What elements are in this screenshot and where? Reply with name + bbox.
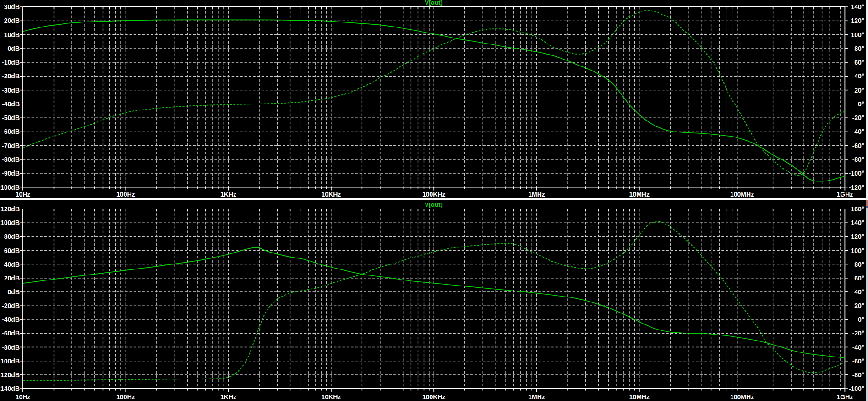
svg-text:10KHz: 10KHz <box>322 191 341 198</box>
svg-text:120°: 120° <box>851 17 864 24</box>
svg-text:100MHz: 100MHz <box>730 191 754 198</box>
svg-text:V[out]: V[out] <box>425 0 442 6</box>
svg-text:-80°: -80° <box>852 371 864 379</box>
svg-text:40°: 40° <box>854 72 864 80</box>
svg-text:10dB: 10dB <box>4 31 20 38</box>
svg-text:80°: 80° <box>854 45 864 52</box>
svg-text:10Hz: 10Hz <box>16 393 31 401</box>
svg-text:1KHz: 1KHz <box>220 393 236 401</box>
svg-text:-60dB: -60dB <box>2 128 20 135</box>
svg-text:-100dB: -100dB <box>0 184 20 191</box>
svg-text:1MHz: 1MHz <box>528 393 545 401</box>
svg-text:-20°: -20° <box>852 330 864 337</box>
svg-text:10MHz: 10MHz <box>629 393 650 401</box>
svg-text:100Hz: 100Hz <box>116 191 135 198</box>
svg-text:10MHz: 10MHz <box>629 191 650 198</box>
svg-text:-20dB: -20dB <box>2 302 20 309</box>
svg-text:-60°: -60° <box>852 142 864 149</box>
svg-text:60°: 60° <box>854 275 864 282</box>
svg-text:20dB: 20dB <box>4 275 20 282</box>
svg-text:1KHz: 1KHz <box>220 191 236 198</box>
svg-text:-10dB: -10dB <box>2 59 20 66</box>
svg-text:-120°: -120° <box>849 184 864 191</box>
svg-text:0dB: 0dB <box>8 45 20 52</box>
svg-text:-40dB: -40dB <box>2 100 20 108</box>
svg-text:-60°: -60° <box>852 357 864 365</box>
svg-text:80°: 80° <box>854 261 864 268</box>
svg-text:60°: 60° <box>854 59 864 66</box>
svg-text:-30dB: -30dB <box>2 87 20 94</box>
svg-text:100KHz: 100KHz <box>422 393 446 401</box>
svg-text:-50dB: -50dB <box>2 114 20 121</box>
svg-text:10KHz: 10KHz <box>322 393 341 401</box>
svg-text:-100°: -100° <box>849 385 864 392</box>
svg-text:0°: 0° <box>858 100 864 108</box>
svg-text:80dB: 80dB <box>4 233 20 240</box>
svg-text:-80°: -80° <box>852 156 864 163</box>
svg-text:140°: 140° <box>851 3 864 11</box>
svg-text:100KHz: 100KHz <box>422 191 446 198</box>
svg-text:-40°: -40° <box>852 344 864 351</box>
svg-text:120°: 120° <box>851 233 864 240</box>
svg-text:10Hz: 10Hz <box>16 191 31 198</box>
svg-text:0°: 0° <box>858 316 864 323</box>
svg-text:160°: 160° <box>851 205 864 213</box>
svg-text:-80dB: -80dB <box>2 156 20 163</box>
svg-text:V[out]: V[out] <box>425 201 442 208</box>
svg-text:100°: 100° <box>851 31 864 38</box>
svg-text:30dB: 30dB <box>4 3 20 11</box>
svg-text:100°: 100° <box>851 247 864 254</box>
svg-text:100MHz: 100MHz <box>730 393 754 401</box>
svg-text:100Hz: 100Hz <box>116 393 135 401</box>
svg-text:-40dB: -40dB <box>2 316 20 323</box>
svg-text:-40°: -40° <box>852 128 864 135</box>
svg-text:-20dB: -20dB <box>2 72 20 80</box>
svg-text:40°: 40° <box>854 288 864 296</box>
svg-text:-100°: -100° <box>849 170 864 177</box>
svg-text:-20°: -20° <box>852 114 864 121</box>
svg-text:1GHz: 1GHz <box>837 393 853 401</box>
svg-text:-100dB: -100dB <box>0 357 20 365</box>
svg-text:1MHz: 1MHz <box>528 191 545 198</box>
svg-text:140°: 140° <box>851 219 864 226</box>
svg-text:-70dB: -70dB <box>2 142 20 149</box>
svg-text:60dB: 60dB <box>4 247 20 254</box>
svg-text:-140dB: -140dB <box>0 385 20 392</box>
svg-text:120dB: 120dB <box>0 205 20 213</box>
svg-text:100dB: 100dB <box>0 219 20 226</box>
svg-text:-120dB: -120dB <box>0 371 20 379</box>
svg-text:-60dB: -60dB <box>2 330 20 337</box>
svg-text:0dB: 0dB <box>8 288 20 296</box>
svg-text:20°: 20° <box>854 302 864 309</box>
svg-text:40dB: 40dB <box>4 261 20 268</box>
svg-text:20dB: 20dB <box>4 17 20 24</box>
svg-text:-80dB: -80dB <box>2 344 20 351</box>
svg-text:20°: 20° <box>854 87 864 94</box>
svg-text:1GHz: 1GHz <box>837 191 853 198</box>
svg-text:-90dB: -90dB <box>2 170 20 177</box>
